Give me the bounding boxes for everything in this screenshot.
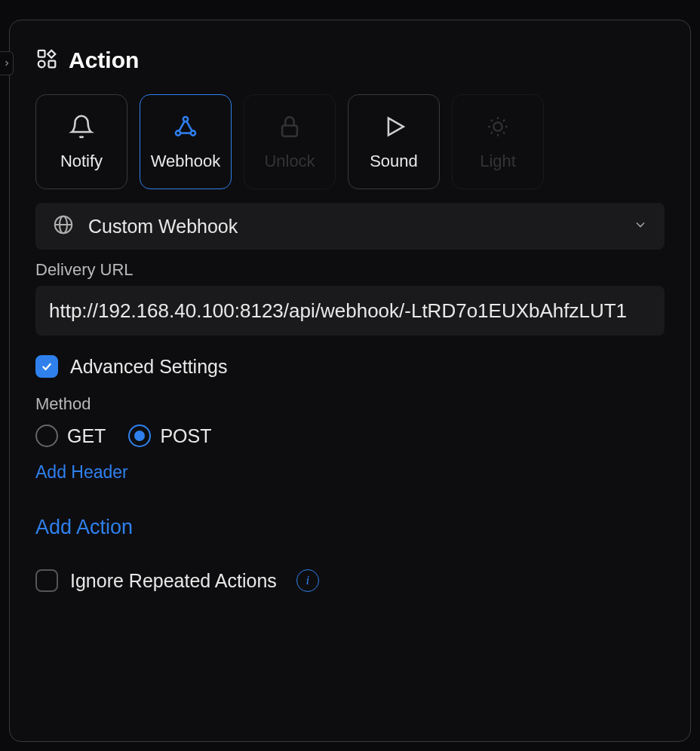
svg-line-6 [180,121,185,131]
advanced-settings-checkbox[interactable] [35,355,58,378]
advanced-settings-label: Advanced Settings [70,356,227,378]
delivery-url-label: Delivery URL [35,260,665,280]
svg-point-11 [493,122,502,130]
advanced-settings-row: Advanced Settings [35,355,665,378]
tile-label: Webhook [151,152,221,171]
panel-header: Action [35,48,665,73]
ignore-repeated-row: Ignore Repeated Actions i [35,569,665,592]
svg-point-4 [176,130,180,135]
svg-marker-10 [388,118,404,136]
tile-light: Light [452,94,544,189]
radio-label: POST [160,425,211,447]
svg-point-5 [191,130,195,135]
method-radio-group: GET POST [35,425,665,447]
svg-line-18 [491,132,493,133]
dropdown-label: Custom Webhook [88,216,619,238]
svg-line-17 [503,132,505,133]
svg-rect-0 [38,51,45,57]
tile-sound[interactable]: Sound [348,94,440,189]
svg-line-7 [186,121,192,131]
radio-get[interactable]: GET [35,425,106,447]
globe-icon [52,213,75,239]
check-icon [40,360,54,373]
chevron-right-icon [2,59,11,68]
tile-label: Light [480,152,516,171]
tile-label: Sound [370,152,418,171]
tile-unlock: Unlock [244,94,336,189]
apps-icon [35,48,58,73]
action-type-tiles: Notify Webhook Unlock Sound [35,94,665,189]
tile-label: Notify [60,152,103,171]
method-label: Method [35,394,665,414]
radio-post[interactable]: POST [128,425,211,447]
lightbulb-icon [485,112,511,141]
panel-title: Action [69,48,139,73]
tile-label: Unlock [264,152,315,171]
add-header-button[interactable]: Add Header [35,462,128,483]
chevron-down-icon [633,217,648,235]
svg-point-3 [183,117,188,121]
radio-button [128,425,151,447]
svg-rect-2 [49,61,56,68]
lock-icon [277,112,302,141]
ignore-repeated-checkbox[interactable] [35,569,58,592]
webhook-icon [173,112,198,141]
delivery-url-input[interactable] [35,286,665,336]
expand-tab[interactable] [0,51,14,75]
ignore-repeated-label: Ignore Repeated Actions [70,570,277,592]
tile-webhook[interactable]: Webhook [140,94,232,189]
radio-label: GET [67,425,106,447]
svg-line-19 [503,120,505,121]
svg-rect-9 [282,126,297,136]
radio-button [35,425,58,447]
info-icon[interactable]: i [296,569,319,592]
play-icon [381,112,407,141]
webhook-type-dropdown[interactable]: Custom Webhook [35,203,665,250]
add-action-button[interactable]: Add Action [35,516,133,539]
svg-line-16 [491,120,493,121]
action-panel: Action Notify Webhook Unlock [9,20,691,742]
svg-point-1 [38,61,45,68]
tile-notify[interactable]: Notify [35,94,127,189]
bell-icon [69,112,94,141]
